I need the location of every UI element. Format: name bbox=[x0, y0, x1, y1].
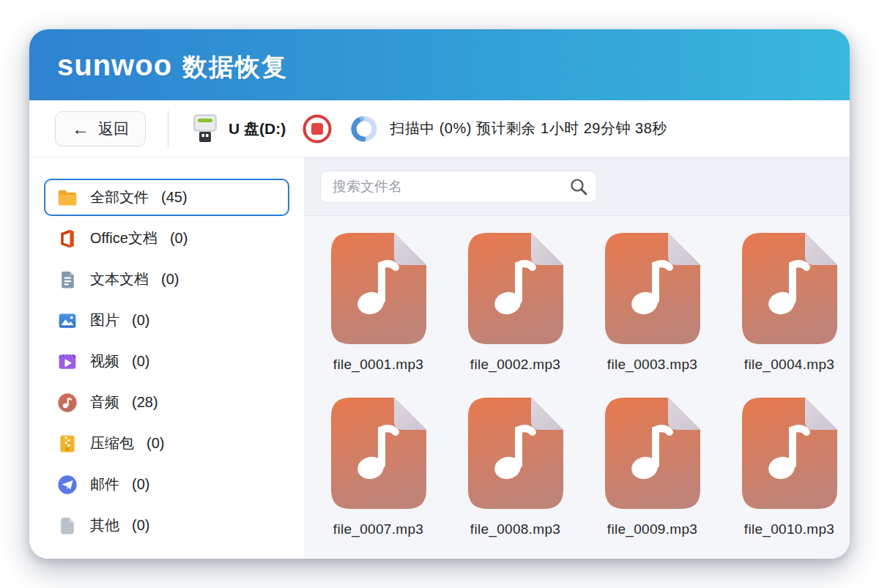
folder-icon bbox=[56, 186, 79, 209]
mp3-file-icon bbox=[605, 233, 700, 344]
back-arrow-icon: ← bbox=[72, 120, 89, 138]
search-row bbox=[304, 157, 850, 216]
mp3-file-icon bbox=[331, 398, 426, 509]
zip-icon bbox=[56, 432, 79, 455]
toolbar: ← 返回 U 盘(D:) bbox=[29, 100, 850, 157]
sidebar-item-images[interactable]: 图片 (0) bbox=[44, 302, 289, 339]
sidebar-item-audio[interactable]: 音频 (28) bbox=[44, 384, 289, 421]
sidebar-item-videos[interactable]: 视频 (0) bbox=[44, 343, 289, 380]
mp3-file-icon bbox=[605, 398, 700, 509]
file-card[interactable]: file_0010.mp3 bbox=[721, 398, 850, 537]
file-name: file_0007.mp3 bbox=[333, 521, 423, 537]
file-name: file_0004.mp3 bbox=[744, 357, 834, 373]
mp3-file-icon bbox=[742, 398, 837, 509]
file-name: file_0008.mp3 bbox=[470, 521, 560, 537]
usb-drive-icon bbox=[190, 113, 220, 145]
mp3-file-icon bbox=[468, 398, 563, 509]
sidebar-item-label: 音频 bbox=[90, 392, 119, 412]
app-header: sunwoo 数据恢复 bbox=[29, 29, 850, 100]
sidebar-item-label: 邮件 bbox=[90, 475, 119, 494]
toolbar-divider bbox=[168, 111, 168, 147]
sidebar-item-label: 图片 bbox=[90, 310, 119, 330]
brand-name: sunwoo bbox=[57, 51, 172, 80]
back-button-label: 返回 bbox=[98, 119, 129, 139]
app-logo: sunwoo 数据恢复 bbox=[57, 51, 288, 80]
office-icon bbox=[56, 227, 79, 250]
back-button[interactable]: ← 返回 bbox=[55, 111, 146, 146]
sidebar-item-count: (0) bbox=[132, 353, 149, 370]
search-box bbox=[320, 171, 597, 203]
sidebar-item-all-files[interactable]: 全部文件 (45) bbox=[44, 179, 289, 216]
sidebar-item-count: (0) bbox=[146, 435, 164, 452]
sidebar-item-label: 全部文件 bbox=[90, 187, 149, 207]
video-icon bbox=[56, 350, 79, 373]
drive-label: U 盘(D:) bbox=[229, 119, 286, 139]
sidebar-item-text-docs[interactable]: 文本文档 (0) bbox=[44, 261, 289, 298]
mp3-file-icon bbox=[742, 233, 837, 344]
sidebar-item-count: (0) bbox=[170, 230, 188, 247]
sidebar-item-count: (28) bbox=[132, 394, 158, 411]
search-icon[interactable] bbox=[569, 177, 588, 196]
scan-status-text: 扫描中 (0%) 预计剩余 1小时 29分钟 38秒 bbox=[390, 119, 667, 138]
category-list: 全部文件 (45) Office文档 (0) bbox=[44, 179, 289, 544]
mp3-file-icon bbox=[331, 233, 426, 344]
main-panel: file_0001.mp3 file_0002.mp3 bbox=[304, 157, 850, 559]
sidebar-item-label: 压缩包 bbox=[90, 433, 134, 453]
mail-icon bbox=[56, 473, 79, 496]
file-name: file_0009.mp3 bbox=[607, 521, 697, 537]
sidebar-item-label: 视频 bbox=[90, 351, 119, 371]
text-doc-icon bbox=[56, 268, 79, 291]
sidebar-item-label: 其他 bbox=[90, 516, 119, 535]
sidebar-item-count: (45) bbox=[161, 189, 188, 206]
search-input[interactable] bbox=[320, 171, 597, 203]
file-name: file_0010.mp3 bbox=[744, 521, 834, 537]
sidebar: 全部文件 (45) Office文档 (0) bbox=[29, 157, 304, 559]
file-card[interactable]: file_0002.mp3 bbox=[447, 233, 584, 373]
file-card[interactable]: file_0009.mp3 bbox=[584, 398, 721, 537]
sidebar-item-office-docs[interactable]: Office文档 (0) bbox=[44, 220, 289, 257]
sidebar-item-count: (0) bbox=[132, 517, 149, 534]
app-title: 数据恢复 bbox=[182, 54, 288, 79]
file-card[interactable]: file_0004.mp3 bbox=[721, 233, 850, 373]
file-name: file_0003.mp3 bbox=[607, 357, 697, 373]
image-icon bbox=[56, 309, 79, 332]
mp3-file-icon bbox=[468, 233, 563, 344]
file-card[interactable]: file_0001.mp3 bbox=[310, 233, 447, 373]
sidebar-item-count: (0) bbox=[161, 271, 179, 288]
sidebar-item-other[interactable]: 其他 (0) bbox=[44, 507, 289, 544]
sidebar-item-count: (0) bbox=[132, 476, 149, 493]
file-card[interactable]: file_0008.mp3 bbox=[447, 398, 584, 537]
file-name: file_0001.mp3 bbox=[333, 357, 423, 373]
content-area: 全部文件 (45) Office文档 (0) bbox=[29, 157, 850, 559]
file-card[interactable]: file_0003.mp3 bbox=[584, 233, 721, 373]
sidebar-item-count: (0) bbox=[132, 312, 149, 329]
file-name: file_0002.mp3 bbox=[470, 357, 560, 373]
sidebar-item-label: Office文档 bbox=[90, 228, 157, 248]
sidebar-item-archives[interactable]: 压缩包 (0) bbox=[44, 425, 289, 462]
screenshot-stage: sunwoo 数据恢复 ← 返回 U 盘(D:) bbox=[0, 0, 879, 588]
file-card[interactable]: file_0007.mp3 bbox=[310, 398, 447, 537]
audio-icon bbox=[56, 391, 79, 414]
other-doc-icon bbox=[56, 514, 79, 537]
sidebar-item-mail[interactable]: 邮件 (0) bbox=[44, 466, 289, 503]
sidebar-item-label: 文本文档 bbox=[90, 269, 149, 289]
stop-scan-button[interactable] bbox=[302, 113, 333, 144]
scan-progress-spinner bbox=[350, 115, 378, 143]
app-window: sunwoo 数据恢复 ← 返回 U 盘(D:) bbox=[29, 29, 850, 559]
file-grid: file_0001.mp3 file_0002.mp3 bbox=[304, 216, 850, 559]
